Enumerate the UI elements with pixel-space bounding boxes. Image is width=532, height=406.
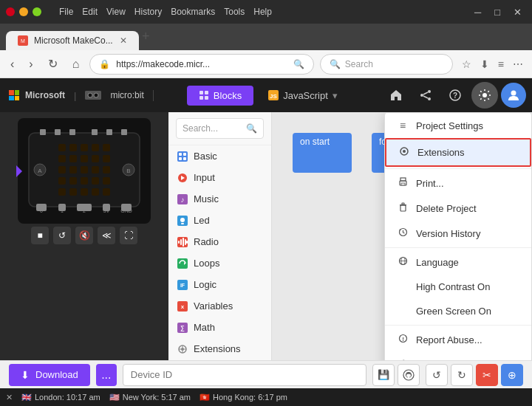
- svg-text:x: x: [181, 303, 185, 310]
- sidebar-item-basic[interactable]: Basic: [168, 145, 271, 167]
- extensions-dropdown-icon: [398, 146, 410, 159]
- slow-btn[interactable]: ≪: [98, 227, 115, 244]
- reset-arrow-icon: [398, 359, 408, 360]
- sidebar-math-label: Math: [194, 322, 215, 333]
- browser-menu-help[interactable]: Help: [253, 7, 272, 17]
- new-tab-btn[interactable]: +: [142, 29, 150, 44]
- maximize-window-btn[interactable]: [33, 7, 41, 16]
- bottom-action-icons: 💾: [372, 364, 420, 386]
- sidebar-item-radio[interactable]: Radio: [168, 231, 271, 252]
- svg-rect-50: [92, 188, 99, 196]
- stop-btn[interactable]: ■: [31, 227, 49, 244]
- sidebar-item-extensions[interactable]: Extensions: [168, 338, 271, 359]
- dropdown-report-abuse[interactable]: ! Report Abuse...: [385, 327, 531, 352]
- close-btn[interactable]: ✕: [509, 5, 526, 19]
- sidebar-item-logic[interactable]: IF Logic: [168, 274, 271, 295]
- browser-menu-edit[interactable]: Edit: [82, 7, 98, 17]
- sidebar-item-advanced[interactable]: ▾ Advanced: [168, 359, 271, 360]
- javascript-tab[interactable]: JS JavaScript ▾: [256, 86, 349, 106]
- mute-btn[interactable]: 🔇: [75, 227, 93, 244]
- github-icon: [403, 369, 415, 381]
- sidebar-item-math[interactable]: ∑ Math: [168, 317, 271, 338]
- address-bar-icons: ☆ ⬇ ≡ ⋯: [459, 57, 526, 72]
- share-btn[interactable]: [412, 82, 439, 109]
- input-icon: [177, 173, 188, 183]
- device-id-input[interactable]: [123, 364, 366, 386]
- browser-menu-bookmarks[interactable]: Bookmarks: [171, 7, 215, 17]
- cut-btn[interactable]: ✂: [476, 364, 498, 386]
- sidebar-search[interactable]: Search... 🔍: [176, 118, 264, 139]
- svg-point-4: [94, 93, 98, 97]
- header-right-icons: ?: [383, 82, 532, 109]
- browser-menu-view[interactable]: View: [106, 7, 126, 17]
- dropdown-language[interactable]: Language: [385, 250, 531, 275]
- tab-favicon: M: [18, 35, 28, 46]
- expand-indicator[interactable]: [16, 165, 22, 177]
- browser-search-bar[interactable]: 🔍 Search: [320, 54, 453, 75]
- dropdown-green-screen[interactable]: Green Screen On: [385, 299, 531, 323]
- report-abuse-label: Report Abuse...: [416, 334, 482, 345]
- hongkong-time: Hong Kong: 6:17 pm: [213, 393, 287, 402]
- maximize-btn[interactable]: □: [490, 5, 505, 19]
- home-header-btn[interactable]: [383, 82, 409, 109]
- refresh-btn[interactable]: ↻: [44, 54, 62, 74]
- dropdown-project-settings[interactable]: ≡ Project Settings: [385, 113, 531, 138]
- dropdown-high-contrast[interactable]: High Contrast On: [385, 275, 531, 299]
- github-btn[interactable]: [398, 364, 420, 386]
- download-btn[interactable]: ⬇ Download: [9, 364, 90, 386]
- window-controls: [6, 7, 41, 16]
- svg-rect-45: [92, 177, 99, 185]
- browser-menu-file[interactable]: File: [59, 7, 73, 17]
- sidebar-item-music[interactable]: ♪ Music: [168, 188, 271, 210]
- close-window-btn[interactable]: [6, 7, 15, 16]
- sidebar-item-loops[interactable]: Loops: [168, 252, 271, 274]
- dropdown-reset[interactable]: Reset: [385, 352, 531, 360]
- uk-flag: 🇬🇧: [21, 393, 32, 402]
- menu-icon-addr[interactable]: ≡: [495, 57, 507, 72]
- dropdown-extensions[interactable]: Extensions: [385, 138, 531, 167]
- dropdown-print[interactable]: Print...: [385, 171, 531, 196]
- url-bar[interactable]: 🔒 https://makecode.micr... 🔍: [89, 54, 314, 75]
- warning-icon: !: [398, 334, 408, 343]
- tab-close-btn[interactable]: ✕: [120, 35, 127, 46]
- extensions-icon: [177, 344, 188, 354]
- sidebar-item-input[interactable]: Input: [168, 167, 271, 188]
- minimize-window-btn[interactable]: [19, 7, 28, 16]
- blocks-tab[interactable]: Blocks: [187, 86, 253, 106]
- profile-btn[interactable]: [501, 83, 526, 108]
- globe-icon: [398, 256, 408, 266]
- settings-btn[interactable]: [471, 82, 498, 109]
- sidebar-item-variables[interactable]: x Variables: [168, 295, 271, 317]
- browser-menu-tools[interactable]: Tools: [224, 7, 245, 17]
- active-tab[interactable]: M Microsoft MakeCo... ✕: [6, 31, 139, 50]
- save-btn[interactable]: 💾: [372, 364, 395, 386]
- svg-text:A: A: [38, 168, 42, 174]
- fullscreen-btn[interactable]: ⛶: [120, 227, 137, 244]
- svg-rect-30: [92, 144, 99, 151]
- undo-btn[interactable]: ↺: [426, 364, 448, 386]
- dropdown-version-history[interactable]: Version History: [385, 221, 531, 246]
- minimize-btn[interactable]: ─: [470, 5, 485, 19]
- svg-text:!: !: [402, 336, 404, 343]
- bookmark-icon[interactable]: ☆: [459, 57, 474, 72]
- more-addr-icon[interactable]: ⋯: [510, 57, 526, 72]
- app-header: Microsoft | micro:bit Blocks JS JavaScri…: [0, 78, 532, 112]
- sidebar-item-led[interactable]: Led: [168, 210, 271, 231]
- on-start-block[interactable]: on start: [293, 133, 352, 173]
- js-dropdown-arrow[interactable]: ▾: [332, 90, 338, 101]
- version-history-label: Version History: [416, 228, 480, 239]
- redo-btn[interactable]: ↻: [451, 364, 473, 386]
- url-text: https://makecode.micr...: [116, 59, 287, 69]
- restart-btn[interactable]: ↺: [53, 227, 71, 244]
- home-btn[interactable]: ⌂: [68, 55, 84, 74]
- download-icon-addr[interactable]: ⬇: [477, 57, 492, 72]
- browser-menu-history[interactable]: History: [134, 7, 162, 17]
- zoom-btn[interactable]: ⊕: [501, 364, 523, 386]
- back-btn[interactable]: ‹: [6, 55, 18, 74]
- help-btn[interactable]: ?: [442, 82, 468, 109]
- forward-btn[interactable]: ›: [24, 55, 37, 74]
- dropdown-delete-project[interactable]: Delete Project: [385, 196, 531, 221]
- workspace[interactable]: on start fo... ≡ Project Settings Exte: [272, 112, 532, 360]
- svg-text:3V: 3V: [103, 208, 110, 213]
- more-options-btn[interactable]: ...: [96, 364, 117, 386]
